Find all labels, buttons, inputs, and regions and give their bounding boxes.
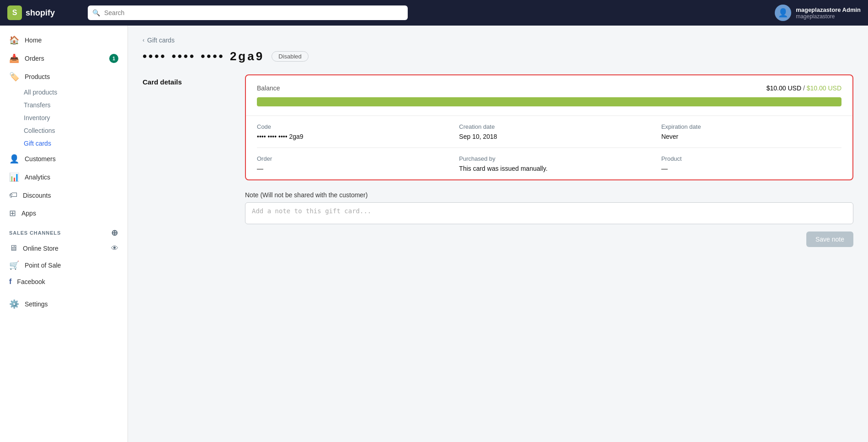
page-body: Card details Balance $10.00 USD / $10.00… [143, 74, 853, 180]
balance-separator: / [801, 84, 807, 92]
search-bar[interactable]: 🔍 [88, 5, 408, 20]
code-info-grid: Code •••• •••• •••• 2ga9 Creation date S… [246, 116, 852, 147]
order-cell: Order — [246, 148, 448, 179]
expiration-date-label: Expiration date [661, 123, 841, 130]
sidebar-subitem-inventory[interactable]: Inventory [0, 111, 128, 124]
user-name: mageplazastore Admin [796, 6, 861, 13]
balance-label: Balance [257, 84, 280, 92]
sidebar-channel-label: Online Store [23, 245, 59, 252]
product-label: Product [661, 155, 841, 162]
balance-used: $10.00 USD [767, 84, 801, 92]
note-section: Note (Will not be shared with the custom… [245, 191, 853, 247]
breadcrumb-text: Gift cards [147, 37, 175, 44]
sidebar-item-label: Orders [25, 55, 44, 62]
save-note-button[interactable]: Save note [806, 232, 853, 247]
order-value: — [257, 165, 437, 172]
customers-icon: 👤 [9, 154, 19, 164]
sidebar-subitem-collections[interactable]: Collections [0, 124, 128, 137]
sidebar-item-label: Customers [25, 155, 56, 163]
purchased-by-cell: Purchased by This card was issued manual… [448, 148, 650, 179]
product-value: — [661, 165, 841, 172]
sidebar-subitem-transfers[interactable]: Transfers [0, 99, 128, 111]
order-info-grid: Order — Purchased by This card was issue… [246, 148, 852, 179]
code-value: •••• •••• •••• 2ga9 [257, 133, 437, 140]
sidebar: 🏠 Home 📥 Orders 1 🏷️ Products All produc… [0, 26, 128, 442]
breadcrumb-arrow: ‹ [143, 37, 144, 43]
sidebar-item-analytics[interactable]: 📊 Analytics [0, 168, 128, 186]
user-menu[interactable]: 👤 mageplazastore Admin mageplazastore [775, 5, 861, 21]
sidebar-item-label: Home [25, 37, 42, 44]
sidebar-item-products[interactable]: 🏷️ Products [0, 68, 128, 86]
orders-icon: 📥 [9, 53, 19, 63]
discounts-icon: 🏷 [9, 190, 17, 200]
sidebar-item-label: Products [25, 73, 50, 80]
shopify-bag-icon: S [7, 5, 22, 20]
sidebar-item-label: Apps [21, 210, 36, 217]
shopify-wordmark: shopify [26, 8, 55, 18]
home-icon: 🏠 [9, 35, 19, 45]
shopify-logo[interactable]: S shopify [7, 5, 80, 20]
creation-date-value: Sep 10, 2018 [459, 133, 639, 140]
sidebar-item-customers[interactable]: 👤 Customers [0, 150, 128, 168]
sidebar-item-settings[interactable]: ⚙️ Settings [0, 295, 128, 313]
avatar: 👤 [775, 5, 791, 21]
breadcrumb[interactable]: ‹ Gift cards [143, 37, 853, 44]
sidebar-subitem-all-products[interactable]: All products [0, 86, 128, 99]
code-cell: Code •••• •••• •••• 2ga9 [246, 116, 448, 147]
sidebar-item-online-store[interactable]: 🖥 Online Store 👁 [0, 240, 128, 257]
search-icon: 🔍 [92, 9, 100, 16]
note-input[interactable] [245, 202, 853, 224]
card-details-card: Balance $10.00 USD / $10.00 USD Code •••… [245, 74, 853, 180]
page-title-row: •••• •••• •••• 2ga9 Disabled [143, 49, 853, 63]
sidebar-item-discounts[interactable]: 🏷 Discounts [0, 186, 128, 204]
card-details-label-section: Card details [143, 74, 234, 180]
top-navigation: S shopify 🔍 👤 mageplazastore Admin magep… [0, 0, 868, 26]
expiration-date-cell: Expiration date Never [650, 116, 852, 147]
sidebar-channel-label: Facebook [17, 278, 45, 285]
add-sales-channel-button[interactable]: ⊕ [111, 228, 118, 238]
analytics-icon: 📊 [9, 172, 19, 182]
online-store-eye-icon[interactable]: 👁 [111, 244, 118, 253]
product-cell: Product — [650, 148, 852, 179]
balance-value: $10.00 USD / $10.00 USD [767, 84, 841, 92]
orders-badge: 1 [109, 54, 118, 63]
order-label: Order [257, 155, 437, 162]
sidebar-item-apps[interactable]: ⊞ Apps [0, 204, 128, 222]
settings-icon: ⚙️ [9, 299, 19, 309]
sidebar-item-facebook[interactable]: f Facebook [0, 274, 128, 289]
sidebar-item-orders[interactable]: 📥 Orders 1 [0, 49, 128, 68]
sidebar-item-label: Discounts [23, 192, 51, 199]
main-content: ‹ Gift cards •••• •••• •••• 2ga9 Disable… [128, 26, 868, 442]
expiration-date-value: Never [661, 133, 841, 140]
creation-date-label: Creation date [459, 123, 639, 130]
sidebar-channel-label: Point of Sale [25, 262, 61, 269]
balance-total: $10.00 USD [807, 84, 841, 92]
balance-section: Balance $10.00 USD / $10.00 USD [246, 75, 852, 116]
page-title: •••• •••• •••• 2ga9 [143, 49, 264, 63]
sidebar-item-home[interactable]: 🏠 Home [0, 31, 128, 49]
code-label: Code [257, 123, 437, 130]
user-store: mageplazastore [796, 13, 861, 20]
facebook-icon: f [9, 278, 11, 286]
purchased-by-value: This card was issued manually. [459, 165, 639, 172]
creation-date-cell: Creation date Sep 10, 2018 [448, 116, 650, 147]
save-btn-row: Save note [245, 232, 853, 247]
sidebar-item-label: Settings [25, 300, 48, 308]
balance-progress-bar [257, 97, 841, 106]
card-details-label: Card details [143, 78, 234, 86]
online-store-icon: 🖥 [9, 243, 17, 253]
purchased-by-label: Purchased by [459, 155, 639, 162]
status-badge: Disabled [272, 51, 309, 62]
progress-bar-fill [257, 97, 841, 106]
sidebar-item-label: Analytics [25, 174, 50, 181]
sales-channels-header: SALES CHANNELS ⊕ [0, 222, 128, 240]
note-label: Note (Will not be shared with the custom… [245, 191, 853, 199]
sidebar-item-point-of-sale[interactable]: 🛒 Point of Sale [0, 257, 128, 274]
search-input[interactable] [88, 5, 408, 20]
sidebar-subitem-gift-cards[interactable]: Gift cards [0, 137, 128, 150]
point-of-sale-icon: 🛒 [9, 260, 19, 270]
products-icon: 🏷️ [9, 72, 19, 82]
apps-icon: ⊞ [9, 208, 16, 218]
